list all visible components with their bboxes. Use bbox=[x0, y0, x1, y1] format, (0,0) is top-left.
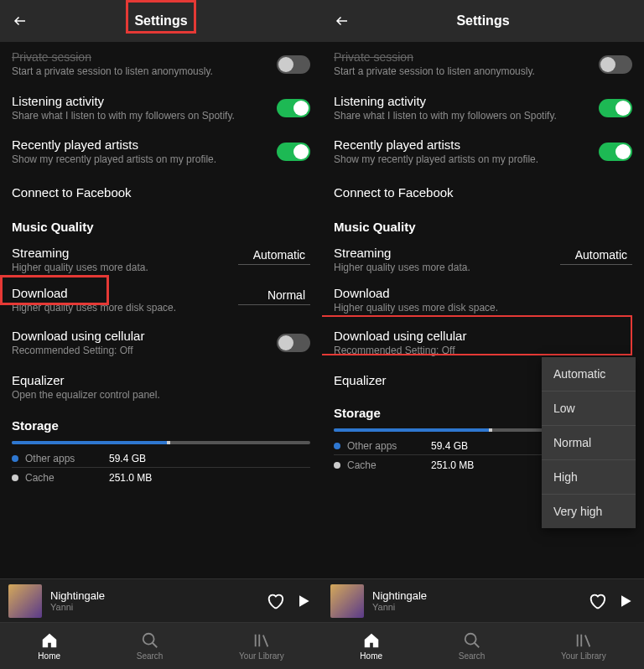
equalizer-row[interactable]: Equalizer Open the equalizer control pan… bbox=[12, 368, 310, 407]
private-session-toggle[interactable] bbox=[599, 55, 632, 74]
bottom-nav: Home Search Your Library bbox=[0, 622, 322, 669]
album-art bbox=[8, 584, 42, 618]
private-session-desc: Start a private session to listen anonym… bbox=[334, 65, 590, 79]
now-playing-artist: Yanni bbox=[372, 602, 579, 612]
listening-activity-row[interactable]: Listening activity Share what I listen t… bbox=[12, 89, 310, 128]
page-title: Settings bbox=[456, 13, 509, 29]
left-panel: Settings Private session Start a private… bbox=[0, 0, 322, 669]
storage-seg-other bbox=[12, 441, 167, 444]
play-icon[interactable] bbox=[615, 591, 636, 611]
dropdown-option-normal[interactable]: Normal bbox=[542, 426, 636, 460]
equalizer-desc: Open the equalizer control panel. bbox=[12, 389, 302, 402]
streaming-quality-dropdown: Automatic Low Normal High Very high bbox=[542, 357, 636, 528]
storage-other-row: Other apps 59.4 GB bbox=[12, 453, 310, 464]
private-session-row[interactable]: Private session Start a private session … bbox=[334, 45, 632, 84]
download-cellular-label: Download using cellular bbox=[12, 329, 268, 343]
streaming-row[interactable]: Streaming Higher quality uses more data.… bbox=[12, 242, 310, 278]
storage-cache-row: Cache 251.0 MB bbox=[12, 467, 310, 484]
nav-home-label: Home bbox=[38, 651, 60, 661]
listening-activity-desc: Share what I listen to with my followers… bbox=[12, 110, 268, 123]
download-label: Download bbox=[12, 286, 230, 300]
nav-library[interactable]: Your Library bbox=[561, 631, 606, 661]
back-icon[interactable] bbox=[12, 13, 29, 29]
private-session-row[interactable]: Private session Start a private session … bbox=[12, 45, 310, 84]
listening-activity-label: Listening activity bbox=[334, 94, 590, 108]
download-select[interactable]: Normal bbox=[238, 286, 310, 305]
equalizer-label: Equalizer bbox=[12, 373, 302, 387]
back-icon[interactable] bbox=[334, 13, 351, 29]
storage-other-label: Other apps bbox=[25, 453, 109, 464]
storage-seg-cache bbox=[489, 428, 492, 432]
album-art bbox=[330, 584, 364, 618]
recently-played-label: Recently played artists bbox=[12, 137, 268, 152]
dropdown-option-low[interactable]: Low bbox=[542, 392, 636, 426]
streaming-select[interactable]: Automatic bbox=[238, 246, 310, 265]
nav-home[interactable]: Home bbox=[38, 631, 60, 661]
streaming-desc: Higher quality uses more data. bbox=[334, 262, 552, 275]
now-playing-bar[interactable]: Nightingale Yanni bbox=[0, 578, 322, 622]
nav-search[interactable]: Search bbox=[137, 631, 164, 661]
dropdown-option-automatic[interactable]: Automatic bbox=[542, 357, 636, 392]
streaming-select[interactable]: Automatic bbox=[560, 246, 632, 265]
dropdown-option-high[interactable]: High bbox=[542, 460, 636, 495]
listening-activity-toggle[interactable] bbox=[599, 99, 632, 117]
private-session-desc: Start a private session to listen anonym… bbox=[12, 65, 268, 79]
storage-cache-value: 251.0 MB bbox=[431, 459, 474, 471]
nav-library-label: Your Library bbox=[239, 651, 284, 661]
heart-icon[interactable] bbox=[265, 591, 285, 611]
bottom-nav: Home Search Your Library bbox=[322, 622, 644, 669]
heart-icon[interactable] bbox=[587, 591, 607, 611]
recently-played-row[interactable]: Recently played artists Show my recently… bbox=[12, 132, 310, 172]
listening-activity-toggle[interactable] bbox=[277, 99, 310, 117]
svg-point-0 bbox=[143, 634, 153, 645]
private-session-toggle[interactable] bbox=[277, 55, 310, 74]
dot-blue-icon bbox=[12, 455, 18, 462]
storage-bar bbox=[12, 441, 310, 444]
storage-seg-other bbox=[334, 428, 489, 432]
download-cellular-toggle[interactable] bbox=[277, 334, 310, 352]
storage-title: Storage bbox=[12, 418, 310, 433]
storage-cache-label: Cache bbox=[347, 459, 431, 471]
header: Settings bbox=[322, 0, 644, 42]
recently-played-toggle[interactable] bbox=[599, 143, 632, 161]
nav-home[interactable]: Home bbox=[360, 631, 382, 661]
storage-other-value: 59.4 GB bbox=[109, 453, 146, 464]
download-label: Download bbox=[334, 286, 624, 300]
play-icon[interactable] bbox=[293, 591, 314, 611]
streaming-label: Streaming bbox=[334, 246, 552, 260]
listening-activity-row[interactable]: Listening activity Share what I listen t… bbox=[334, 89, 632, 128]
download-row[interactable]: Download Higher quality uses more disk s… bbox=[334, 283, 632, 319]
storage-other-label: Other apps bbox=[347, 440, 431, 452]
svg-point-1 bbox=[465, 634, 475, 645]
dot-white-icon bbox=[12, 475, 18, 481]
nav-search[interactable]: Search bbox=[459, 631, 486, 661]
nav-search-label: Search bbox=[137, 651, 164, 661]
connect-facebook-link[interactable]: Connect to Facebook bbox=[334, 177, 632, 208]
nav-search-label: Search bbox=[459, 651, 486, 661]
now-playing-bar[interactable]: Nightingale Yanni bbox=[322, 578, 644, 622]
streaming-row[interactable]: Streaming Higher quality uses more data.… bbox=[334, 242, 632, 278]
storage-cache-label: Cache bbox=[25, 472, 109, 484]
dropdown-option-veryhigh[interactable]: Very high bbox=[542, 495, 636, 528]
download-cellular-desc: Recommended Setting: Off bbox=[334, 345, 624, 358]
now-playing-title: Nightingale bbox=[372, 589, 579, 602]
music-quality-title: Music Quality bbox=[334, 220, 632, 234]
recently-played-toggle[interactable] bbox=[277, 143, 310, 161]
download-row[interactable]: Download Higher quality uses more disk s… bbox=[12, 283, 310, 319]
private-session-label: Private session bbox=[334, 50, 590, 64]
streaming-label: Streaming bbox=[12, 246, 230, 260]
now-playing-artist: Yanni bbox=[50, 602, 257, 612]
download-cellular-row[interactable]: Download using cellular Recommended Sett… bbox=[12, 324, 310, 363]
now-playing-title: Nightingale bbox=[50, 589, 257, 602]
nav-library[interactable]: Your Library bbox=[239, 631, 284, 661]
nav-library-label: Your Library bbox=[561, 651, 606, 661]
recently-played-row[interactable]: Recently played artists Show my recently… bbox=[334, 132, 632, 172]
nav-home-label: Home bbox=[360, 651, 382, 661]
download-desc: Higher quality uses more disk space. bbox=[12, 302, 230, 315]
dot-white-icon bbox=[334, 462, 340, 469]
download-cellular-desc: Recommended Setting: Off bbox=[12, 345, 268, 358]
music-quality-title: Music Quality bbox=[12, 220, 310, 234]
right-panel: Settings Private session Start a private… bbox=[322, 0, 644, 669]
connect-facebook-link[interactable]: Connect to Facebook bbox=[12, 177, 310, 208]
header: Settings bbox=[0, 0, 322, 42]
